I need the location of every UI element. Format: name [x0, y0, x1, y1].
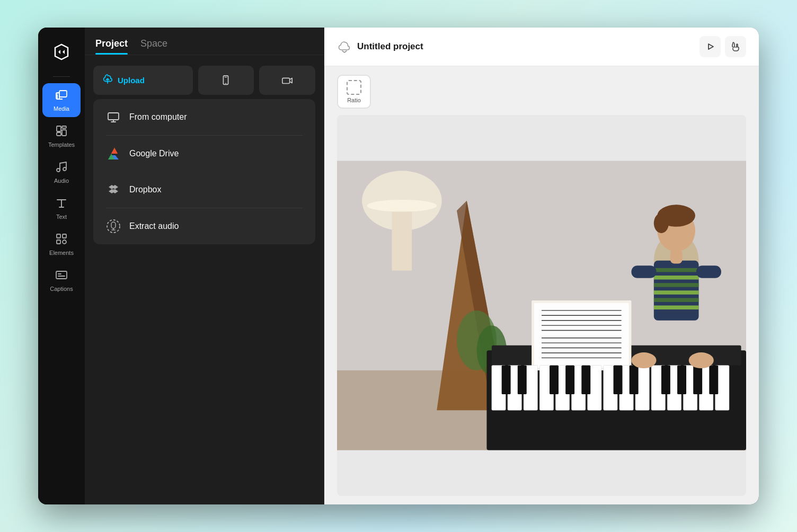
- computer-icon: [106, 110, 121, 125]
- sidebar-item-audio[interactable]: Audio: [42, 155, 81, 189]
- from-computer-item[interactable]: From computer: [93, 99, 315, 135]
- svg-rect-54: [502, 365, 511, 394]
- upload-label: Upload: [118, 76, 145, 85]
- audio-icon: [55, 161, 68, 175]
- upload-row: Upload: [85, 66, 324, 95]
- svg-rect-74: [654, 298, 699, 302]
- audio-label: Audio: [54, 178, 69, 184]
- media-label: Media: [54, 105, 69, 112]
- tab-project[interactable]: Project: [95, 38, 128, 55]
- svg-rect-73: [654, 290, 699, 295]
- svg-rect-56: [550, 365, 559, 394]
- preview-actions: [699, 36, 746, 57]
- camera-import-button[interactable]: [259, 66, 315, 95]
- upload-cloud-icon: [102, 73, 113, 87]
- tab-divider: [85, 55, 324, 55]
- templates-label: Templates: [48, 141, 75, 148]
- svg-rect-55: [518, 365, 527, 394]
- app-container: Media Templates Audio: [38, 28, 759, 504]
- upload-button[interactable]: Upload: [93, 66, 193, 95]
- svg-point-20: [367, 200, 437, 212]
- svg-rect-77: [696, 265, 721, 278]
- svg-rect-7: [63, 234, 66, 238]
- ratio-button[interactable]: Ratio: [337, 75, 371, 109]
- svg-rect-76: [631, 265, 656, 278]
- save-cloud-icon: [337, 39, 352, 54]
- text-label: Text: [56, 214, 67, 220]
- sidebar-item-media[interactable]: Media: [42, 83, 81, 117]
- tab-space[interactable]: Space: [140, 38, 167, 55]
- sidebar: Media Templates Audio: [38, 28, 85, 504]
- google-drive-label: Google Drive: [129, 149, 179, 158]
- hand-tool-button[interactable]: [725, 36, 746, 57]
- play-button[interactable]: [699, 36, 721, 57]
- svg-rect-2: [62, 130, 66, 136]
- from-computer-label: From computer: [129, 112, 187, 122]
- svg-rect-59: [614, 365, 623, 394]
- svg-rect-13: [282, 78, 290, 83]
- preview-header: Untitled project: [324, 28, 759, 66]
- svg-rect-6: [57, 234, 60, 238]
- svg-rect-60: [630, 365, 639, 394]
- elements-label: Elements: [49, 250, 74, 256]
- preview-image-container: [337, 115, 746, 496]
- sidebar-item-captions[interactable]: Captions: [42, 263, 81, 297]
- svg-rect-58: [581, 365, 590, 394]
- main-panel: Project Space Upload: [85, 28, 324, 504]
- extract-audio-icon: [106, 219, 121, 234]
- dropbox-icon: [106, 182, 121, 197]
- phone-import-button[interactable]: [198, 66, 254, 95]
- preview-content: Ratio: [324, 66, 759, 504]
- sidebar-item-templates[interactable]: Templates: [42, 119, 81, 153]
- google-drive-item[interactable]: Google Drive: [93, 136, 315, 172]
- preview-title: Untitled project: [357, 41, 423, 52]
- captions-label: Captions: [50, 286, 73, 292]
- templates-icon: [55, 125, 68, 139]
- svg-rect-71: [654, 276, 699, 280]
- svg-point-78: [631, 352, 656, 368]
- google-drive-icon: [106, 146, 121, 161]
- svg-point-68: [654, 213, 669, 233]
- dropbox-label: Dropbox: [129, 185, 161, 194]
- elements-icon: [55, 233, 68, 247]
- svg-point-4: [57, 169, 60, 172]
- svg-rect-64: [709, 365, 718, 394]
- dropbox-item[interactable]: Dropbox: [93, 172, 315, 208]
- svg-rect-75: [654, 306, 699, 310]
- ratio-label: Ratio: [347, 97, 361, 103]
- text-icon: [55, 197, 68, 211]
- svg-rect-61: [661, 365, 670, 394]
- svg-point-12: [225, 83, 226, 84]
- svg-rect-3: [57, 132, 61, 136]
- panel-tabs: Project Space: [85, 28, 324, 55]
- svg-rect-14: [108, 113, 119, 120]
- media-icon: [55, 88, 68, 103]
- app-logo: [50, 40, 73, 64]
- upload-dropdown: From computer Google Drive: [93, 99, 315, 244]
- svg-rect-57: [565, 365, 574, 394]
- svg-rect-1: [62, 126, 66, 128]
- captions-icon: [55, 269, 68, 283]
- preview-title-group: Untitled project: [337, 39, 423, 54]
- svg-point-79: [689, 352, 714, 368]
- svg-rect-10: [56, 271, 67, 279]
- svg-point-8: [63, 240, 66, 244]
- svg-rect-80: [670, 250, 683, 263]
- sidebar-divider: [53, 76, 70, 77]
- svg-rect-62: [677, 365, 686, 394]
- svg-rect-72: [654, 283, 699, 287]
- extract-audio-item[interactable]: Extract audio: [93, 208, 315, 244]
- sidebar-item-elements[interactable]: Elements: [42, 227, 81, 261]
- sidebar-item-text[interactable]: Text: [42, 191, 81, 225]
- svg-rect-0: [57, 126, 61, 131]
- preview-area: Untitled project Ratio: [324, 28, 759, 504]
- extract-audio-label: Extract audio: [129, 221, 179, 231]
- svg-rect-70: [654, 268, 699, 272]
- svg-rect-19: [392, 211, 412, 271]
- svg-rect-9: [57, 240, 60, 244]
- preview-image: [337, 115, 746, 496]
- ratio-icon: [347, 80, 361, 95]
- svg-rect-63: [693, 365, 702, 394]
